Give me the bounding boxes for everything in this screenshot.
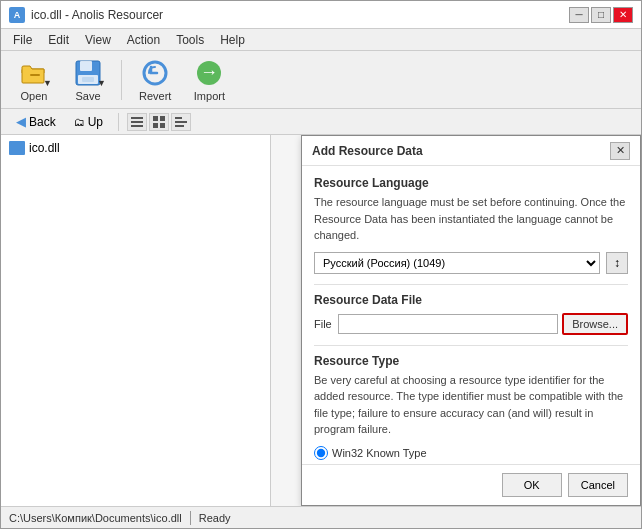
- status-path: C:\Users\Компик\Documents\ico.dll: [9, 512, 182, 524]
- language-description: The resource language must be set before…: [314, 194, 628, 244]
- up-button[interactable]: 🗂 Up: [67, 113, 110, 131]
- import-icon: →: [193, 58, 225, 88]
- file-label: File: [314, 318, 334, 330]
- file-input[interactable]: [338, 314, 558, 334]
- win32-radio-row: Win32 Known Type: [314, 446, 628, 460]
- language-select[interactable]: Русский (Россия) (1049): [314, 252, 600, 274]
- status-bar: C:\Users\Компик\Documents\ico.dll Ready: [1, 506, 641, 528]
- sidebar-item-label: ico.dll: [29, 141, 60, 155]
- save-label: Save: [75, 90, 100, 102]
- resource-type-description: Be very careful at choosing a resource t…: [314, 372, 628, 438]
- divider-2: [314, 345, 628, 346]
- toolbar-separator-1: [121, 60, 122, 100]
- app-icon: A: [9, 7, 25, 23]
- svg-rect-9: [131, 117, 143, 119]
- title-bar-left: A ico.dll - Anolis Resourcer: [9, 7, 163, 23]
- menu-view[interactable]: View: [77, 31, 119, 49]
- toolbar: ▼ Open ▼ Save: [1, 51, 641, 109]
- title-controls: ─ □ ✕: [569, 7, 633, 23]
- svg-rect-13: [160, 116, 165, 121]
- svg-rect-18: [175, 125, 184, 127]
- win32-type-select[interactable]: [332, 464, 602, 465]
- open-icon: ▼: [18, 58, 50, 88]
- dialog-scroll-area: Resource Language The resource language …: [302, 166, 640, 464]
- menu-bar: File Edit View Action Tools Help: [1, 29, 641, 51]
- revert-button[interactable]: Revert: [130, 53, 180, 107]
- svg-rect-14: [153, 123, 158, 128]
- import-label: Import: [194, 90, 225, 102]
- win32-type-select-wrapper: [332, 464, 602, 465]
- minimize-button[interactable]: ─: [569, 7, 589, 23]
- nav-bar: ◀ Back 🗂 Up: [1, 109, 641, 135]
- view-list-button[interactable]: [127, 113, 147, 131]
- status-divider: [190, 511, 191, 525]
- window-close-button[interactable]: ✕: [613, 7, 633, 23]
- sidebar-item-icodll[interactable]: ico.dll: [5, 139, 266, 157]
- win32-radio-label[interactable]: Win32 Known Type: [332, 447, 427, 459]
- dialog-content: Resource Language The resource language …: [302, 166, 640, 464]
- svg-rect-16: [175, 117, 182, 119]
- view-buttons: [127, 113, 191, 131]
- open-dropdown-icon: ▼: [43, 78, 52, 88]
- svg-rect-3: [80, 61, 92, 71]
- sidebar: ico.dll: [1, 135, 271, 506]
- dialog-footer: OK Cancel: [302, 464, 640, 505]
- data-file-section: Resource Data File File Browse...: [314, 293, 628, 335]
- resource-type-title: Resource Type: [314, 354, 628, 368]
- menu-file[interactable]: File: [5, 31, 40, 49]
- add-resource-dialog: Add Resource Data ✕ Resource Language Th…: [301, 135, 641, 506]
- title-bar: A ico.dll - Anolis Resourcer ─ □ ✕: [1, 1, 641, 29]
- menu-help[interactable]: Help: [212, 31, 253, 49]
- language-sort-button[interactable]: ↕: [606, 252, 628, 274]
- svg-rect-10: [131, 121, 143, 123]
- svg-rect-17: [175, 121, 187, 123]
- view-details-button[interactable]: [149, 113, 169, 131]
- save-button[interactable]: ▼ Save: [63, 53, 113, 107]
- cancel-button[interactable]: Cancel: [568, 473, 628, 497]
- browse-button[interactable]: Browse...: [562, 313, 628, 335]
- svg-text:→: →: [200, 62, 218, 82]
- data-file-title: Resource Data File: [314, 293, 628, 307]
- svg-rect-5: [82, 77, 94, 82]
- language-row: Русский (Россия) (1049) ↕: [314, 252, 628, 274]
- open-button[interactable]: ▼ Open: [9, 53, 59, 107]
- maximize-button[interactable]: □: [591, 7, 611, 23]
- nav-separator: [118, 113, 119, 131]
- language-section: Resource Language The resource language …: [314, 176, 628, 274]
- language-title: Resource Language: [314, 176, 628, 190]
- language-select-wrapper: Русский (Россия) (1049): [314, 252, 600, 274]
- menu-action[interactable]: Action: [119, 31, 168, 49]
- save-dropdown-icon: ▼: [97, 78, 106, 88]
- window-title: ico.dll - Anolis Resourcer: [31, 8, 163, 22]
- menu-tools[interactable]: Tools: [168, 31, 212, 49]
- back-button[interactable]: ◀ Back: [9, 112, 63, 131]
- status-ready: Ready: [199, 512, 231, 524]
- open-label: Open: [21, 90, 48, 102]
- dialog-title: Add Resource Data: [312, 144, 423, 158]
- up-icon: 🗂: [74, 116, 85, 128]
- svg-rect-11: [131, 125, 143, 127]
- dialog-close-button[interactable]: ✕: [610, 142, 630, 160]
- main-window: A ico.dll - Anolis Resourcer ─ □ ✕ File …: [0, 0, 642, 529]
- menu-edit[interactable]: Edit: [40, 31, 77, 49]
- import-button[interactable]: → Import: [184, 53, 234, 107]
- win32-radio[interactable]: [314, 446, 328, 460]
- back-icon: ◀: [16, 114, 26, 129]
- file-icon: [9, 141, 25, 155]
- back-label: Back: [29, 115, 56, 129]
- up-label: Up: [88, 115, 103, 129]
- file-row: File Browse...: [314, 313, 628, 335]
- svg-rect-1: [30, 74, 40, 76]
- ok-button[interactable]: OK: [502, 473, 562, 497]
- save-icon: ▼: [72, 58, 104, 88]
- revert-label: Revert: [139, 90, 171, 102]
- divider-1: [314, 284, 628, 285]
- svg-rect-15: [160, 123, 165, 128]
- svg-rect-12: [153, 116, 158, 121]
- resource-type-section: Resource Type Be very careful at choosin…: [314, 354, 628, 465]
- win32-dropdown-row: ↕: [332, 464, 628, 465]
- dialog-title-bar: Add Resource Data ✕: [302, 136, 640, 166]
- view-icons-button[interactable]: [171, 113, 191, 131]
- revert-icon: [139, 58, 171, 88]
